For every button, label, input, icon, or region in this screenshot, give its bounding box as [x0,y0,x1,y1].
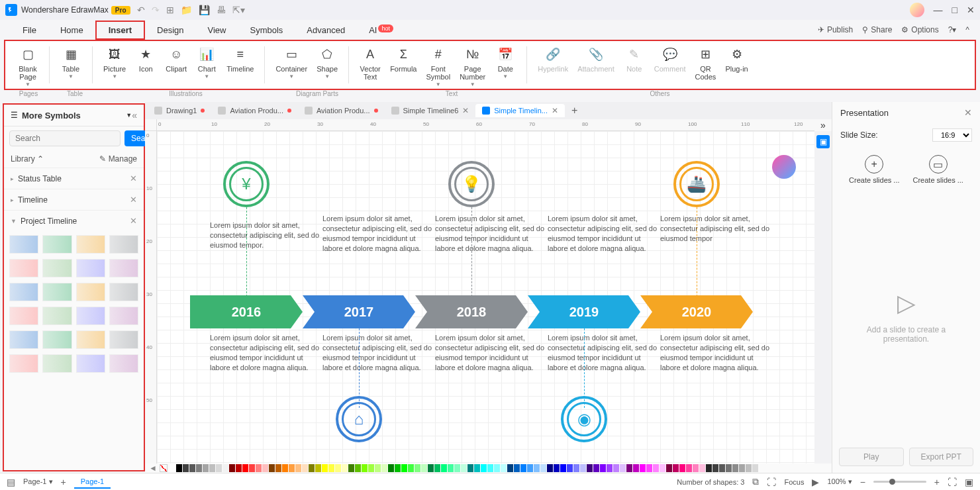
zoom-value[interactable]: 100% ▾ [827,477,852,486]
menu-advanced[interactable]: Advanced [295,22,357,38]
shape-thumbnail[interactable] [109,283,138,301]
timeline-text[interactable]: Lorem ipsum dolor sit amet, consectetur … [435,333,548,372]
timeline-text[interactable]: Lorem ipsum dolor sit amet, consectetur … [210,220,322,250]
color-swatch[interactable] [732,464,738,472]
page-name-select[interactable]: Page-1 ▾ [23,477,53,486]
zoom-slider[interactable] [873,481,926,483]
library-label[interactable]: Library ⌃ [11,154,44,164]
timeline-text[interactable]: Lorem ipsum dolor sit amet, consectetur … [322,333,435,372]
timeline-circle-icon[interactable]: 🚢 [673,161,720,207]
color-swatch[interactable] [309,464,315,472]
menu-design[interactable]: Design [145,22,195,38]
color-swatch[interactable] [494,464,500,472]
timeline-arrow[interactable]: 2016 [190,295,303,328]
close-category-icon[interactable]: ✕ [130,173,137,183]
timeline-text[interactable]: Lorem ipsum dolor sit amet, consectetur … [548,214,660,253]
color-swatch[interactable] [275,464,281,472]
shape-thumbnail[interactable] [76,354,105,373]
color-swatch[interactable] [236,464,242,472]
shape-thumbnail[interactable] [9,259,38,277]
color-swatch[interactable] [203,464,209,472]
color-swatch[interactable] [282,464,288,472]
ribbon-vector-text[interactable]: AVectorText [356,44,385,83]
menu-view[interactable]: View [196,22,238,38]
add-page-icon[interactable]: + [61,477,66,487]
library-category[interactable]: ▸Timeline✕ [4,189,144,210]
color-swatch[interactable] [170,464,175,472]
color-swatch[interactable] [441,464,447,472]
color-swatch[interactable] [507,464,513,472]
color-swatch[interactable] [633,464,639,472]
color-swatch[interactable] [554,464,560,472]
timeline-arrow[interactable]: 2017 [303,295,415,328]
color-swatch[interactable] [560,464,566,472]
color-swatch[interactable] [183,464,189,472]
document-tab[interactable]: Aviation Produ... [211,105,298,117]
color-swatch[interactable] [699,464,705,472]
manage-library-button[interactable]: ✎ Manage [99,154,137,164]
timeline-text[interactable]: Lorem ipsum dolor sit amet, consectetur … [660,333,773,372]
publish-button[interactable]: ✈ Publish [818,25,853,34]
color-swatch[interactable] [534,464,540,472]
collapse-ribbon-icon[interactable]: ^ [965,25,969,34]
color-swatch[interactable] [196,464,202,472]
slide-size-select[interactable]: 16:9 [932,128,972,142]
document-tab[interactable]: Simple Timelin...✕ [475,104,565,117]
shape-thumbnail[interactable] [109,307,138,325]
timeline-circle-icon[interactable]: 💡 [448,161,495,207]
export-icon[interactable]: ⇱▾ [232,5,245,15]
shape-thumbnail[interactable] [42,235,72,254]
color-swatch[interactable] [216,464,222,472]
shape-thumbnail[interactable] [109,354,138,373]
color-swatch[interactable] [428,464,434,472]
ribbon-shape[interactable]: ⬠Shape▼ [313,44,342,82]
color-swatch[interactable] [249,464,255,472]
color-swatch[interactable] [613,464,619,472]
minimize-button[interactable]: — [934,5,943,15]
timeline-arrow[interactable]: 2019 [528,295,640,328]
color-swatch[interactable] [415,464,420,472]
color-swatch[interactable] [302,464,308,472]
color-swatch[interactable] [679,464,685,472]
shape-thumbnail[interactable] [109,259,138,277]
timeline-arrow[interactable]: 2018 [415,295,528,328]
open-icon[interactable]: 📁 [181,5,192,15]
timeline-text[interactable]: Lorem ipsum dolor sit amet, consectetur … [210,333,322,372]
shape-thumbnail[interactable] [76,235,105,254]
color-swatch[interactable] [580,464,586,472]
presentation-tab-icon[interactable]: ▣ [816,135,830,148]
document-tab[interactable]: Aviation Produ... [298,105,385,117]
chevron-down-icon[interactable]: ▼ [126,112,132,119]
fullscreen-icon[interactable]: ⛶ [767,477,776,487]
color-swatch[interactable] [322,464,328,472]
shape-thumbnail[interactable] [42,330,72,349]
maximize-button[interactable]: □ [952,5,957,15]
ribbon-picture[interactable]: 🖼Picture▼ [99,44,130,82]
menu-file[interactable]: File [11,22,48,38]
color-swatch[interactable] [362,464,368,472]
color-swatch[interactable] [381,464,387,472]
color-swatch[interactable] [660,464,665,472]
color-swatch[interactable] [222,464,228,472]
timeline-circle-icon[interactable]: ¥ [223,161,270,207]
color-swatch[interactable] [640,464,646,472]
color-swatch[interactable] [448,464,454,472]
color-swatch[interactable] [408,464,414,472]
ribbon-chart[interactable]: 📊Chart▼ [192,44,221,82]
color-swatch[interactable] [388,464,394,472]
page-tab[interactable]: Page-1 [74,475,111,489]
color-swatch[interactable] [666,464,672,472]
redo-icon[interactable]: ↷ [152,5,160,15]
color-swatch[interactable] [719,464,725,472]
layers-icon[interactable]: ⧉ [752,476,759,487]
document-tab[interactable]: Simple Timeline6✕ [385,104,476,117]
shape-thumbnail[interactable] [42,283,72,301]
shape-thumbnail[interactable] [9,283,38,301]
symbol-search-input[interactable] [9,130,121,146]
ribbon-font-symbol[interactable]: #FontSymbol▼ [422,44,454,90]
close-tab-icon[interactable]: ✕ [462,106,469,115]
ribbon-table[interactable]: ▦Table▼ [56,44,85,82]
user-avatar[interactable] [910,3,924,17]
document-tab[interactable]: Drawing1 [148,105,211,117]
colorbar-scroll-left-icon[interactable]: ◄ [149,464,157,473]
